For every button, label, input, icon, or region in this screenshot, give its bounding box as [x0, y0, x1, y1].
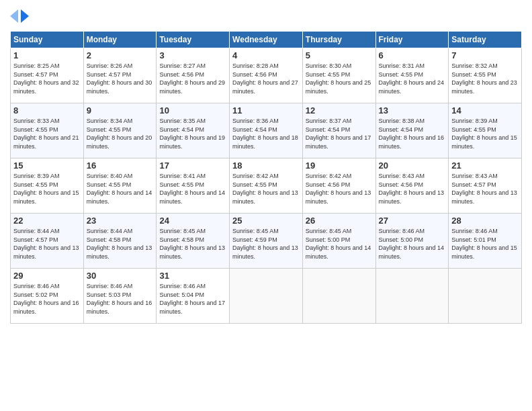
day-cell [230, 269, 303, 324]
day-number: 21 [451, 161, 519, 171]
day-cell: 15Sunrise: 8:39 AMSunset: 4:55 PMDayligh… [11, 158, 84, 214]
calendar-table: SundayMondayTuesdayWednesdayThursdayFrid… [10, 31, 522, 324]
day-number: 18 [232, 161, 300, 171]
cell-content: Sunrise: 8:44 AMSunset: 4:57 PMDaylight:… [13, 227, 81, 261]
day-cell: 7Sunrise: 8:32 AMSunset: 4:55 PMDaylight… [449, 48, 522, 103]
day-number: 25 [232, 216, 300, 226]
cell-content: Sunrise: 8:46 AMSunset: 5:03 PMDaylight:… [87, 282, 154, 316]
day-cell: 2Sunrise: 8:26 AMSunset: 4:57 PMDaylight… [83, 48, 157, 103]
day-number: 26 [306, 216, 373, 226]
day-cell: 29Sunrise: 8:46 AMSunset: 5:02 PMDayligh… [11, 269, 84, 324]
cell-content: Sunrise: 8:35 AMSunset: 4:54 PMDaylight:… [159, 117, 226, 150]
day-cell: 12Sunrise: 8:37 AMSunset: 4:54 PMDayligh… [302, 103, 375, 158]
day-number: 17 [159, 161, 226, 171]
day-number: 28 [451, 216, 519, 226]
cell-content: Sunrise: 8:39 AMSunset: 4:55 PMDaylight:… [13, 172, 81, 205]
day-number: 15 [13, 161, 81, 171]
cell-content: Sunrise: 8:46 AMSunset: 5:02 PMDaylight:… [13, 282, 81, 316]
day-cell [449, 269, 522, 324]
week-row-1: 1Sunrise: 8:25 AMSunset: 4:57 PMDaylight… [11, 48, 522, 103]
logo [10, 7, 32, 26]
day-cell: 23Sunrise: 8:44 AMSunset: 4:58 PMDayligh… [83, 214, 157, 269]
day-cell: 19Sunrise: 8:42 AMSunset: 4:56 PMDayligh… [302, 158, 375, 214]
day-number: 31 [159, 271, 226, 281]
day-cell: 10Sunrise: 8:35 AMSunset: 4:54 PMDayligh… [157, 103, 230, 158]
day-cell: 20Sunrise: 8:43 AMSunset: 4:56 PMDayligh… [375, 158, 449, 214]
day-number: 9 [87, 105, 154, 116]
cell-content: Sunrise: 8:26 AMSunset: 4:57 PMDaylight:… [87, 62, 154, 95]
col-header-monday: Monday [83, 32, 157, 48]
day-cell: 1Sunrise: 8:25 AMSunset: 4:57 PMDaylight… [11, 48, 84, 103]
day-cell: 28Sunrise: 8:46 AMSunset: 5:01 PMDayligh… [449, 214, 522, 269]
day-number: 11 [232, 105, 300, 116]
cell-content: Sunrise: 8:44 AMSunset: 4:58 PMDaylight:… [87, 227, 154, 261]
day-cell: 21Sunrise: 8:43 AMSunset: 4:57 PMDayligh… [449, 158, 522, 214]
day-cell: 9Sunrise: 8:34 AMSunset: 4:55 PMDaylight… [83, 103, 157, 158]
day-number: 30 [87, 271, 154, 281]
cell-content: Sunrise: 8:38 AMSunset: 4:54 PMDaylight:… [379, 117, 446, 150]
cell-content: Sunrise: 8:45 AMSunset: 4:58 PMDaylight:… [159, 227, 226, 261]
day-cell: 30Sunrise: 8:46 AMSunset: 5:03 PMDayligh… [83, 269, 157, 324]
cell-content: Sunrise: 8:31 AMSunset: 4:55 PMDaylight:… [379, 62, 446, 95]
day-cell: 16Sunrise: 8:40 AMSunset: 4:55 PMDayligh… [83, 158, 157, 214]
day-number: 12 [306, 105, 373, 116]
header [10, 7, 522, 26]
week-row-4: 22Sunrise: 8:44 AMSunset: 4:57 PMDayligh… [11, 214, 522, 269]
day-cell: 26Sunrise: 8:45 AMSunset: 5:00 PMDayligh… [302, 214, 375, 269]
day-number: 27 [379, 216, 446, 226]
cell-content: Sunrise: 8:25 AMSunset: 4:57 PMDaylight:… [13, 62, 81, 95]
cell-content: Sunrise: 8:45 AMSunset: 4:59 PMDaylight:… [232, 227, 300, 261]
day-number: 16 [87, 161, 154, 171]
week-row-3: 15Sunrise: 8:39 AMSunset: 4:55 PMDayligh… [11, 158, 522, 214]
cell-content: Sunrise: 8:28 AMSunset: 4:56 PMDaylight:… [232, 62, 300, 95]
col-header-friday: Friday [375, 32, 449, 48]
day-cell [302, 269, 375, 324]
calendar-header: SundayMondayTuesdayWednesdayThursdayFrid… [11, 32, 522, 48]
day-cell: 27Sunrise: 8:46 AMSunset: 5:00 PMDayligh… [375, 214, 449, 269]
cell-content: Sunrise: 8:43 AMSunset: 4:57 PMDaylight:… [451, 172, 519, 205]
col-header-tuesday: Tuesday [157, 32, 230, 48]
day-cell: 13Sunrise: 8:38 AMSunset: 4:54 PMDayligh… [375, 103, 449, 158]
day-number: 29 [13, 271, 81, 281]
col-header-sunday: Sunday [11, 32, 84, 48]
cell-content: Sunrise: 8:36 AMSunset: 4:54 PMDaylight:… [232, 117, 300, 150]
day-number: 2 [87, 50, 154, 60]
day-number: 4 [232, 50, 300, 60]
day-cell: 17Sunrise: 8:41 AMSunset: 4:55 PMDayligh… [157, 158, 230, 214]
day-cell: 31Sunrise: 8:46 AMSunset: 5:04 PMDayligh… [157, 269, 230, 324]
day-number: 10 [159, 105, 226, 116]
day-number: 8 [13, 105, 81, 116]
day-cell: 24Sunrise: 8:45 AMSunset: 4:58 PMDayligh… [157, 214, 230, 269]
header-row: SundayMondayTuesdayWednesdayThursdayFrid… [11, 32, 522, 48]
day-cell [375, 269, 449, 324]
cell-content: Sunrise: 8:37 AMSunset: 4:54 PMDaylight:… [306, 117, 373, 150]
day-number: 19 [306, 161, 373, 171]
cell-content: Sunrise: 8:27 AMSunset: 4:56 PMDaylight:… [159, 62, 226, 95]
cell-content: Sunrise: 8:46 AMSunset: 5:04 PMDaylight:… [159, 282, 226, 316]
cell-content: Sunrise: 8:42 AMSunset: 4:56 PMDaylight:… [306, 172, 373, 205]
logo-icon [10, 7, 29, 26]
col-header-saturday: Saturday [449, 32, 522, 48]
day-number: 23 [87, 216, 154, 226]
day-cell: 6Sunrise: 8:31 AMSunset: 4:55 PMDaylight… [375, 48, 449, 103]
day-cell: 3Sunrise: 8:27 AMSunset: 4:56 PMDaylight… [157, 48, 230, 103]
day-number: 14 [451, 105, 519, 116]
day-cell: 25Sunrise: 8:45 AMSunset: 4:59 PMDayligh… [230, 214, 303, 269]
day-number: 13 [379, 105, 446, 116]
cell-content: Sunrise: 8:34 AMSunset: 4:55 PMDaylight:… [87, 117, 154, 150]
cell-content: Sunrise: 8:46 AMSunset: 5:00 PMDaylight:… [379, 227, 446, 261]
cell-content: Sunrise: 8:43 AMSunset: 4:56 PMDaylight:… [379, 172, 446, 205]
day-number: 5 [306, 50, 373, 60]
day-number: 7 [451, 50, 519, 60]
calendar-body: 1Sunrise: 8:25 AMSunset: 4:57 PMDaylight… [11, 48, 522, 324]
cell-content: Sunrise: 8:40 AMSunset: 4:55 PMDaylight:… [87, 172, 154, 205]
cell-content: Sunrise: 8:45 AMSunset: 5:00 PMDaylight:… [306, 227, 373, 261]
col-header-wednesday: Wednesday [230, 32, 303, 48]
day-cell: 8Sunrise: 8:33 AMSunset: 4:55 PMDaylight… [11, 103, 84, 158]
cell-content: Sunrise: 8:41 AMSunset: 4:55 PMDaylight:… [159, 172, 226, 205]
day-cell: 11Sunrise: 8:36 AMSunset: 4:54 PMDayligh… [230, 103, 303, 158]
day-cell: 14Sunrise: 8:39 AMSunset: 4:55 PMDayligh… [449, 103, 522, 158]
week-row-5: 29Sunrise: 8:46 AMSunset: 5:02 PMDayligh… [11, 269, 522, 324]
day-number: 24 [159, 216, 226, 226]
cell-content: Sunrise: 8:30 AMSunset: 4:55 PMDaylight:… [306, 62, 373, 95]
